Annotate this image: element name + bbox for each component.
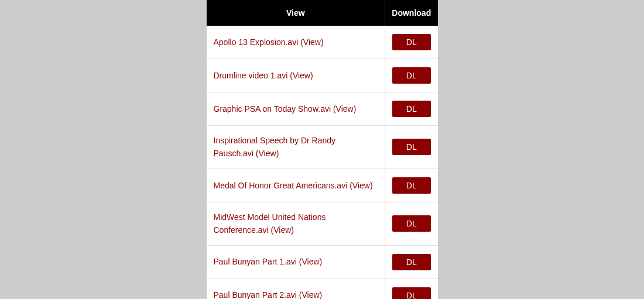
download-button[interactable]: DL bbox=[392, 139, 431, 155]
view-link[interactable]: Graphic PSA on Today Show.avi (View) bbox=[214, 104, 357, 114]
download-cell: DL bbox=[385, 26, 438, 59]
view-cell: Drumline video 1.avi (View) bbox=[207, 59, 385, 92]
view-cell: Paul Bunyan Part 1.avi (View) bbox=[207, 245, 385, 279]
table-row: Graphic PSA on Today Show.avi (View)DL bbox=[207, 92, 438, 126]
download-cell: DL bbox=[385, 169, 438, 202]
view-cell: MidWest Model United Nations Conference.… bbox=[207, 202, 385, 245]
view-link[interactable]: Inspirational Speech by Dr Randy Pausch.… bbox=[214, 136, 336, 158]
table-row: Paul Bunyan Part 2.avi (View)DL bbox=[207, 279, 438, 299]
table-row: MidWest Model United Nations Conference.… bbox=[207, 202, 438, 245]
view-link[interactable]: MidWest Model United Nations Conference.… bbox=[214, 212, 326, 235]
download-cell: DL bbox=[385, 279, 438, 299]
download-button[interactable]: DL bbox=[392, 34, 431, 50]
view-link[interactable]: Paul Bunyan Part 2.avi (View) bbox=[214, 290, 323, 299]
view-cell: Inspirational Speech by Dr Randy Pausch.… bbox=[207, 126, 385, 169]
view-link[interactable]: Drumline video 1.avi (View) bbox=[214, 71, 313, 80]
download-cell: DL bbox=[385, 92, 438, 126]
view-cell: Graphic PSA on Today Show.avi (View) bbox=[207, 92, 385, 126]
table-row: Drumline video 1.avi (View)DL bbox=[207, 59, 438, 92]
view-cell: Medal Of Honor Great Americans.avi (View… bbox=[207, 169, 385, 202]
table-row: Apollo 13 Explosion.avi (View)DL bbox=[207, 26, 438, 59]
download-cell: DL bbox=[385, 59, 438, 92]
view-link[interactable]: Medal Of Honor Great Americans.avi (View… bbox=[214, 181, 373, 190]
download-cell: DL bbox=[385, 202, 438, 245]
download-button[interactable]: DL bbox=[392, 215, 431, 232]
download-cell: DL bbox=[385, 245, 438, 279]
download-button[interactable]: DL bbox=[392, 287, 431, 299]
file-table: View Download Apollo 13 Explosion.avi (V… bbox=[207, 0, 438, 299]
view-cell: Paul Bunyan Part 2.avi (View) bbox=[207, 279, 385, 299]
table-row: Medal Of Honor Great Americans.avi (View… bbox=[207, 169, 438, 202]
download-button[interactable]: DL bbox=[392, 101, 431, 117]
download-cell: DL bbox=[385, 126, 438, 169]
download-button[interactable]: DL bbox=[392, 254, 431, 270]
header-download: Download bbox=[385, 0, 438, 26]
table-row: Paul Bunyan Part 1.avi (View)DL bbox=[207, 245, 438, 279]
download-button[interactable]: DL bbox=[392, 67, 431, 84]
view-cell: Apollo 13 Explosion.avi (View) bbox=[207, 26, 385, 59]
view-link[interactable]: Paul Bunyan Part 1.avi (View) bbox=[214, 257, 323, 266]
table-row: Inspirational Speech by Dr Randy Pausch.… bbox=[207, 126, 438, 169]
file-table-container: View Download Apollo 13 Explosion.avi (V… bbox=[207, 0, 438, 299]
download-button[interactable]: DL bbox=[392, 177, 431, 194]
header-view: View bbox=[207, 0, 385, 26]
view-link[interactable]: Apollo 13 Explosion.avi (View) bbox=[214, 37, 324, 47]
